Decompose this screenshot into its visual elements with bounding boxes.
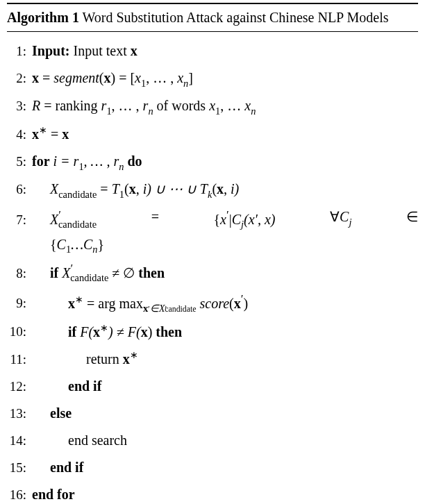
superscript: ∗ xyxy=(75,294,83,305)
eq: = xyxy=(39,70,53,85)
subscript: 1 xyxy=(78,161,83,172)
line-content: R = ranking r1, … , rn of words x1, … xn xyxy=(32,92,418,120)
subscript: 1 xyxy=(119,189,124,200)
sub-x: x xyxy=(143,303,148,314)
var-xstar: x xyxy=(93,324,100,339)
line-content: X′candidate = {x′|Cj(x′, x) ∀Cj ∈ xyxy=(32,203,418,234)
subscript: 1 xyxy=(215,106,220,117)
line-number: 11: xyxy=(7,346,32,372)
line-content: {C1…Cn} xyxy=(32,234,418,257)
var-X: X xyxy=(50,181,58,196)
dots: , … , xyxy=(146,70,177,85)
algorithm-title: Word Substitution Attack against Chinese… xyxy=(79,10,389,25)
algo-line: 12: end if xyxy=(7,373,418,400)
line-content: end search xyxy=(32,427,418,454)
forall: ∀ xyxy=(330,209,340,224)
var-C: C xyxy=(83,237,92,252)
subscript: n xyxy=(148,106,153,117)
line-number: 16: xyxy=(7,482,32,504)
line-number: 5: xyxy=(7,149,32,174)
var-x: x xyxy=(234,295,241,310)
var-x: x xyxy=(62,126,69,142)
algo-line: 4: x∗ = x xyxy=(7,120,418,148)
var-T: T xyxy=(112,181,119,196)
algorithm-label: Algorithm 1 xyxy=(7,10,79,25)
superscript: ∗ xyxy=(100,322,108,333)
var-xstar: x xyxy=(123,351,130,367)
line-content: return x∗ xyxy=(32,345,418,373)
line-content: if F(x∗) ≠ F(x) then xyxy=(32,318,418,346)
paren: ( xyxy=(124,181,129,196)
subscript: j xyxy=(241,219,244,230)
algo-line: 7: X′candidate = {x′|Cj(x′, x) ∀Cj ∈ xyxy=(7,203,418,234)
var-x: x xyxy=(129,181,136,196)
line-number: 10: xyxy=(7,319,32,344)
brace: { xyxy=(50,237,57,252)
algo-line: 14: end search xyxy=(7,427,418,454)
kw-if: if xyxy=(50,265,58,280)
line-number: 2: xyxy=(7,65,32,91)
algo-line: 16: end for xyxy=(7,481,418,504)
var-x: x xyxy=(32,70,39,85)
kw-then: then xyxy=(138,265,165,280)
kw-input: Input: xyxy=(32,43,69,58)
var-xi: x xyxy=(244,98,251,113)
subscript: candidate xyxy=(58,189,97,200)
subscript: k xyxy=(208,189,212,200)
line-number: 15: xyxy=(7,455,32,480)
algo-line: 13: else xyxy=(7,400,418,427)
line-content: else xyxy=(32,400,418,427)
var-x: x xyxy=(141,324,148,339)
var-xstar: x xyxy=(32,126,39,142)
args: (x′, x) xyxy=(244,212,275,227)
algorithm-body: 1: Input: Input text x 2: x = segment(x)… xyxy=(7,32,418,504)
text: end search xyxy=(68,432,127,448)
text: = ranking xyxy=(40,98,101,113)
line-content: x∗ = x xyxy=(32,120,418,148)
subscript: n xyxy=(251,106,256,117)
var-xstar: x xyxy=(68,295,75,310)
algo-line: 3: R = ranking r1, … , rn of words x1, …… xyxy=(7,92,418,120)
paren: ( xyxy=(229,295,234,310)
algo-line: 10: if F(x∗) ≠ F(x) then xyxy=(7,318,418,346)
line-content: end if xyxy=(32,373,418,400)
line-content: x∗ = arg maxx′∈X′candidate score(x′) xyxy=(32,287,418,318)
subscript: 1 xyxy=(106,106,111,117)
algorithm-header: Algorithm 1 Word Substitution Attack aga… xyxy=(7,4,418,32)
subscript: candidate xyxy=(70,272,108,283)
algo-line: 5: for i = r1, … , rn do xyxy=(7,148,418,176)
paren: ( xyxy=(99,70,104,85)
var-xi: x xyxy=(135,70,141,85)
kw-endif: end if xyxy=(68,378,101,394)
kw-do: do xyxy=(127,153,142,169)
fn-score: score xyxy=(199,295,229,310)
fn-F: F( xyxy=(76,324,93,339)
line-number: 8: xyxy=(7,260,32,286)
paren: ) = [ xyxy=(111,70,135,85)
line-content: Xcandidate = T1(x, i) ∪ ⋯ ∪ Tk(x, i) xyxy=(32,176,418,203)
eq: = xyxy=(47,126,62,142)
brace: { xyxy=(213,212,220,227)
subscript: candidate xyxy=(58,219,97,230)
algo-line: 11: return x∗ xyxy=(7,345,418,373)
kw-for: for xyxy=(32,153,50,169)
algo-line: 15: end if xyxy=(7,454,418,481)
kw-endfor: end for xyxy=(32,487,75,502)
line-number: 9: xyxy=(7,290,32,316)
subscript: n xyxy=(183,78,188,89)
algo-line: 2: x = segment(x) = [x1, … , xn] xyxy=(7,65,418,92)
var-x: x xyxy=(104,70,111,85)
sub-in: ∈X xyxy=(150,303,165,314)
sub-cand: candidate xyxy=(165,304,196,314)
line-number: 3: xyxy=(7,93,32,119)
line-content: for i = r1, … , rn do xyxy=(32,148,418,176)
var-X: X xyxy=(50,212,58,227)
line-content: x = segment(x) = [x1, … , xn] xyxy=(32,65,418,92)
text: Input text xyxy=(69,43,130,58)
line-content: end for xyxy=(32,481,418,504)
subscript: n xyxy=(119,161,124,172)
line-number: 7: xyxy=(7,207,32,233)
kw-if: if xyxy=(68,324,76,339)
line-number: 12: xyxy=(7,373,32,399)
var-i: i = r xyxy=(50,153,79,169)
